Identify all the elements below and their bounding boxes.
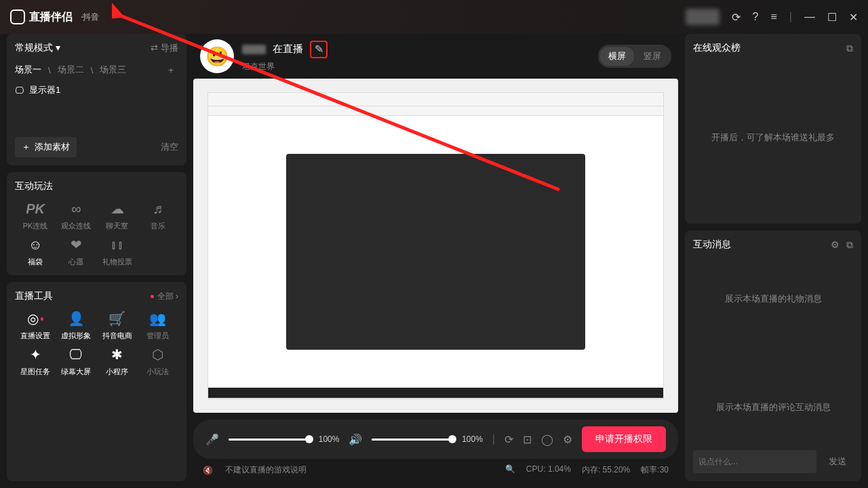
send-button[interactable]: 发送 [822,450,853,473]
tool-chatroom[interactable]: ☁聊天室 [97,201,138,231]
tool-luckybag[interactable]: ☺福袋 [15,237,56,267]
speaker-icon[interactable]: 🔊 [349,433,362,446]
chat-input[interactable] [693,450,816,473]
msg-popout-icon[interactable]: ⧉ [846,239,853,251]
tool-minigame[interactable]: ⬡小玩法 [138,346,178,377]
guide-button[interactable]: ⇄ 导播 [151,42,178,54]
screen-icon: 🖵 [68,346,84,363]
mute-icon[interactable]: 🔇 [203,466,213,475]
gift-msg-hint: 展示本场直播的礼物消息 [693,256,853,342]
comment-msg-hint: 展示本场直播的评论互动消息 [693,365,853,451]
mic-slider[interactable] [229,439,309,441]
music-icon: ♬ [150,201,166,217]
close-icon[interactable]: ✕ [849,11,858,24]
tool-giftvote[interactable]: ⫾⫾礼物投票 [97,237,138,267]
streamer-name [242,45,266,54]
messages-title: 互动消息 [693,239,731,251]
pk-icon: PK [27,201,43,217]
viewers-title: 在线观众榜 [693,42,741,54]
tool-settings[interactable]: ◎直播设置 [15,310,56,341]
all-tools-link[interactable]: 全部 › [151,291,178,302]
add-source-button[interactable]: ＋ 添加素材 [15,137,77,157]
admin-icon: 👥 [150,310,166,327]
mem-stat: 内存: 55.20% [582,464,630,476]
scene-tab-2[interactable]: 场景二 [58,64,84,76]
interactive-title: 互动玩法 [15,180,178,192]
menu-icon[interactable]: ≡ [771,11,777,23]
monitor-icon: 🖵 [15,85,24,96]
scene-tab-3[interactable]: 场景三 [100,64,126,76]
game-warning[interactable]: 不建议直播的游戏说明 [225,464,307,476]
go-live-button[interactable]: 申请开播权限 [582,426,666,452]
fps-stat: 帧率:30 [641,464,669,476]
maximize-icon[interactable]: ☐ [827,11,837,24]
game-icon: ⬡ [150,346,166,363]
tools-title: 直播工具 [15,290,53,302]
app-logo: 直播伴侣 ·抖音 [10,9,99,24]
orient-horizontal[interactable]: 横屏 [600,47,634,66]
heart-icon: ❤ [68,237,84,253]
device-icon[interactable]: ⊡ [523,433,532,446]
tool-avatar[interactable]: 👤虚拟形象 [56,310,96,341]
settings-icon: ◎ [27,310,43,327]
mic-icon[interactable]: 🎤 [205,433,219,446]
star-icon: ✦ [27,346,43,363]
bag-icon: ☺ [27,237,43,253]
gear-icon[interactable]: ⚙ [563,433,572,446]
tool-miniapp[interactable]: ✱小程序 [97,346,138,377]
sync-icon[interactable]: ⟳ [732,11,741,24]
scene-tab-1[interactable]: 场景一 [15,64,41,76]
edit-title-button[interactable]: ✎ [310,41,328,58]
clear-button[interactable]: 清空 [161,141,178,153]
tool-wish[interactable]: ❤心愿 [56,237,96,267]
stream-avatar[interactable]: 😃 [200,39,234,73]
add-scene-button[interactable]: + [163,62,178,77]
tool-greenscreen[interactable]: 🖵绿幕大屏 [56,346,96,377]
msg-settings-icon[interactable]: ⚙ [831,239,840,251]
mic-percent: 100% [319,434,340,444]
cpu-stat: CPU: 1.04% [526,464,571,476]
cart-icon: 🛒 [109,310,125,327]
tool-startask[interactable]: ✦星图任务 [15,346,56,377]
tool-admin[interactable]: 👥管理员 [138,310,178,341]
orient-vertical[interactable]: 竖屏 [635,47,669,66]
camera-icon[interactable]: ◯ [541,433,553,446]
plus-icon: ＋ [22,141,31,153]
tool-viewer-link[interactable]: ∞观众连线 [56,201,96,231]
logo-icon [10,9,25,24]
app-name: 直播伴侣 [29,10,73,24]
link-icon: ∞ [68,201,84,217]
help-icon[interactable]: ? [753,11,759,23]
stream-title-suffix: 在直播 [273,43,303,56]
speaker-slider[interactable] [372,439,452,441]
viewers-hint: 开播后，可了解本场谁送礼最多 [693,60,853,216]
refresh-icon[interactable]: ⟳ [505,433,513,446]
app-sub: ·抖音 [81,12,99,23]
mode-select[interactable]: 常规模式 ▾ [15,42,60,54]
miniapp-icon: ✱ [109,346,125,363]
popout-icon[interactable]: ⧉ [846,43,853,54]
tool-ecommerce[interactable]: 🛒抖音电商 [97,310,138,341]
chat-icon: ☁ [109,201,125,217]
tool-music[interactable]: ♬音乐 [138,201,178,231]
tool-pk[interactable]: PKPK连线 [15,201,56,231]
source-monitor[interactable]: 🖵 显示器1 [15,84,178,96]
orientation-toggle[interactable]: 横屏 竖屏 [598,45,671,68]
zoom-icon[interactable]: 🔍 [505,464,515,476]
speaker-percent: 100% [462,434,483,444]
minimize-icon[interactable]: — [804,11,815,23]
stream-preview[interactable] [193,79,678,413]
stream-category[interactable]: 坦克世界 [242,61,328,73]
avatar-icon: 👤 [68,310,84,327]
vote-icon: ⫾⫾ [109,237,125,253]
user-badge[interactable] [686,9,719,25]
